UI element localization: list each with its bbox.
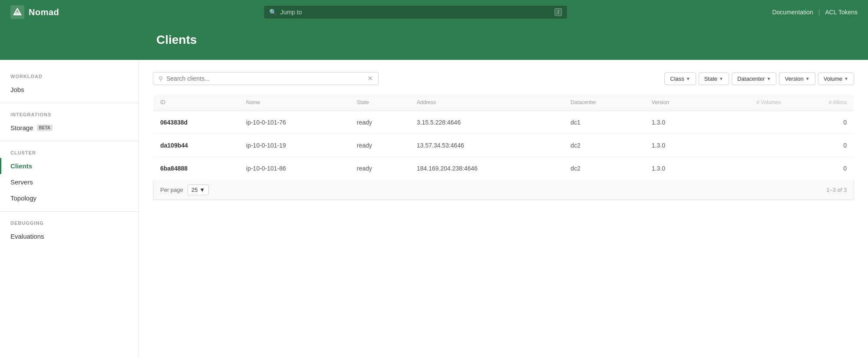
clear-search-button[interactable]: ✕ [367,75,373,82]
sidebar-divider-3 [0,211,139,212]
col-version: Version [645,94,709,111]
row-id: 0643838d [153,111,239,134]
per-page-value: 25 [191,187,198,193]
version-filter-arrow-icon: ▼ [805,76,810,81]
row-volumes [709,111,788,134]
class-filter-arrow-icon: ▼ [686,76,690,81]
row-volumes [709,157,788,180]
col-name: Name [239,94,350,111]
row-name: ip-10-0-101-76 [239,111,350,134]
datacenter-filter-arrow-icon: ▼ [767,76,771,81]
integrations-section-label: Integrations [0,108,139,120]
pagination-bar: Per page 25 ▼ 1–3 of 3 [153,180,854,200]
search-clients-input[interactable] [166,75,364,82]
row-datacenter: dc2 [564,157,645,180]
row-version: 1.3.0 [645,111,709,134]
volume-filter-arrow-icon: ▼ [844,76,848,81]
table-row[interactable]: da109b44 ip-10-0-101-19 ready 13.57.34.5… [153,134,854,157]
sidebar-topology-label: Topology [10,194,36,202]
sidebar-item-jobs[interactable]: Jobs [0,82,139,98]
search-clients-icon: ⚲ [158,75,163,82]
nomad-logo-icon [10,5,24,19]
table-row[interactable]: 6ba84888 ip-10-0-101-86 ready 184.169.20… [153,157,854,180]
nav-links: Documentation | ACL Tokens [772,9,858,16]
row-address: 3.15.5.228:4646 [410,111,564,134]
state-filter-arrow-icon: ▼ [719,76,723,81]
sidebar-divider-1 [0,103,139,103]
search-clients-wrap[interactable]: ⚲ ✕ [153,72,379,85]
table-row[interactable]: 0643838d ip-10-0-101-76 ready 3.15.5.228… [153,111,854,134]
storage-beta-badge: Beta [37,125,53,131]
nav-brand-area: Nomad [10,5,59,19]
volume-filter-button[interactable]: Volume ▼ [818,72,854,85]
col-allocs: # Allocs [788,94,854,111]
filter-bar: ⚲ ✕ Class ▼ State ▼ Datacenter ▼ Ver [153,72,854,85]
debugging-section-label: Debugging [0,217,139,228]
row-id: 6ba84888 [153,157,239,180]
jump-to-search[interactable]: 🔍 Jump to / [264,5,568,19]
per-page-select[interactable]: 25 ▼ [188,184,209,195]
row-state: ready [350,111,410,134]
row-allocs: 0 [788,157,854,180]
per-page-arrow-icon: ▼ [199,187,205,193]
page-header: Clients [0,24,868,60]
sidebar-evaluations-label: Evaluations [10,233,44,240]
sidebar-jobs-label: Jobs [10,86,24,93]
row-id: da109b44 [153,134,239,157]
acl-tokens-link[interactable]: ACL Tokens [825,9,858,16]
top-nav: Nomad 🔍 Jump to / Documentation | ACL To… [0,0,868,24]
nav-search-container: 🔍 Jump to / [59,5,772,19]
row-datacenter: dc2 [564,134,645,157]
documentation-link[interactable]: Documentation [772,9,813,16]
brand-name: Nomad [29,7,59,17]
version-filter-label: Version [785,76,803,82]
datacenter-filter-label: Datacenter [737,76,765,82]
table-header-row: ID Name State Address Datacenter [153,94,854,111]
class-filter-label: Class [670,76,684,82]
col-address: Address [410,94,564,111]
row-volumes [709,134,788,157]
version-filter-button[interactable]: Version ▼ [779,72,815,85]
row-name: ip-10-0-101-86 [239,157,350,180]
row-version: 1.3.0 [645,134,709,157]
sidebar-storage-label: Storage [10,124,33,131]
sidebar-clients-label: Clients [10,162,32,170]
state-filter-label: State [704,76,717,82]
row-version: 1.3.0 [645,157,709,180]
state-filter-button[interactable]: State ▼ [699,72,729,85]
main-content: ⚲ ✕ Class ▼ State ▼ Datacenter ▼ Ver [139,60,868,358]
page-title: Clients [156,33,712,47]
clients-table: ID Name State Address Datacenter [153,94,854,180]
row-address: 184.169.204.238:4646 [410,157,564,180]
row-state: ready [350,134,410,157]
sidebar: Workload Jobs Integrations Storage Beta … [0,60,139,358]
sidebar-servers-label: Servers [10,178,33,186]
workload-section-label: Workload [0,70,139,82]
col-id: ID [153,94,239,111]
search-placeholder: Jump to [280,9,551,16]
sidebar-item-evaluations[interactable]: Evaluations [0,228,139,244]
cluster-section-label: Cluster [0,147,139,158]
volume-filter-label: Volume [824,76,842,82]
col-datacenter: Datacenter [564,94,645,111]
class-filter-button[interactable]: Class ▼ [664,72,696,85]
filter-buttons-group: Class ▼ State ▼ Datacenter ▼ Version ▼ V… [664,72,854,85]
sidebar-divider-2 [0,141,139,141]
row-allocs: 0 [788,134,854,157]
per-page-label: Per page [160,187,183,193]
page-info: 1–3 of 3 [826,187,847,193]
sidebar-item-topology[interactable]: Topology [0,190,139,206]
row-name: ip-10-0-101-19 [239,134,350,157]
row-state: ready [350,157,410,180]
sidebar-item-servers[interactable]: Servers [0,174,139,190]
col-state: State [350,94,410,111]
datacenter-filter-button[interactable]: Datacenter ▼ [732,72,777,85]
row-allocs: 0 [788,111,854,134]
row-address: 13.57.34.53:4646 [410,134,564,157]
sidebar-item-storage[interactable]: Storage Beta [0,120,139,136]
col-volumes: # Volumes [709,94,788,111]
search-icon: 🔍 [269,9,277,16]
row-datacenter: dc1 [564,111,645,134]
nav-separator: | [818,9,820,16]
sidebar-item-clients[interactable]: Clients [0,158,139,174]
